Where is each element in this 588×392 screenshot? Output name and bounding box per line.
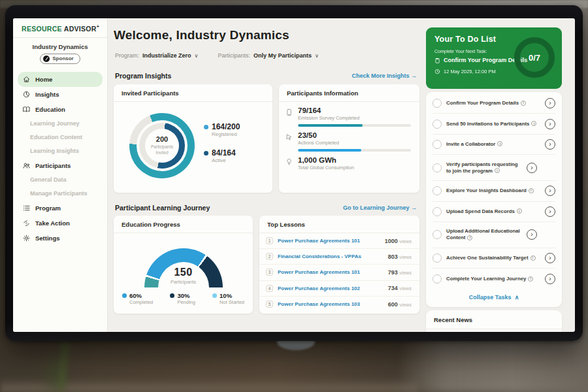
task-checkbox[interactable]	[433, 163, 442, 172]
lesson-link[interactable]: Financial Considerations - VPPAs	[278, 253, 361, 259]
education-icon	[23, 106, 30, 113]
filter-bar: Program: Industrialize Zero ∨ Participan…	[115, 52, 319, 59]
task-chevron-button[interactable]: ›	[545, 186, 555, 196]
sidebar-item-manage-participants[interactable]: Manage Participants	[13, 187, 107, 201]
task-checkbox[interactable]	[433, 140, 442, 149]
logo-resource: RESOURCE	[22, 25, 62, 33]
top-lessons-title: Top Lessons	[259, 216, 419, 233]
clipboard-icon	[434, 57, 440, 63]
sidebar-item-learning-journey[interactable]: Learning Journey	[13, 117, 107, 131]
task-row[interactable]: Verify participants requesting to join t…	[433, 155, 555, 181]
program-icon	[23, 204, 30, 212]
task-chevron-button[interactable]: ›	[545, 139, 555, 150]
invited-participants-title: Invited Participants	[114, 84, 272, 102]
participants-filter-dropdown[interactable]: Participants: Only My Participants ∨	[218, 52, 318, 59]
learning-journey-section-header: Participant Learning Journey Go to Learn…	[115, 204, 417, 212]
sponsor-badge: Sponsor	[40, 54, 80, 64]
lesson-rank: 5	[266, 301, 273, 308]
info-icon: i	[521, 101, 526, 106]
logo-advisor: ADVISOR	[64, 25, 97, 33]
donut-center-label: 200 ParticipantsInvited	[129, 113, 195, 178]
legend-not-started: 10% Not Started	[212, 292, 244, 305]
legend-dot-registered	[204, 125, 208, 129]
task-row[interactable]: Confirm Your Program Detailsi ›	[433, 93, 555, 114]
sidebar-item-label: Learning Insights	[30, 148, 79, 154]
lesson-row: 2 Financial Considerations - VPPAs 803 v…	[259, 249, 419, 265]
legend-pending: 30% Pending	[170, 292, 195, 305]
task-checkbox[interactable]	[433, 230, 442, 239]
lesson-rank: 2	[266, 253, 273, 260]
sidebar-item-insights[interactable]: Insights	[13, 87, 107, 102]
task-chevron-button[interactable]: ›	[545, 119, 555, 129]
top-lessons-card: Top Lessons 1 Power Purchase Agreements …	[259, 216, 419, 314]
sidebar-item-education-content[interactable]: Education Content	[13, 131, 107, 144]
task-checkbox[interactable]	[433, 253, 442, 263]
sponsor-icon	[43, 56, 50, 62]
info-icon: i	[528, 276, 533, 282]
participants-information-card: Participants Information 79/164 Emission…	[279, 84, 419, 193]
participants-filter-label: Participants:	[218, 52, 250, 59]
page-title: Welcome, Industry Dynamics	[114, 28, 289, 42]
lesson-rank: 1	[266, 237, 273, 244]
program-filter-dropdown[interactable]: Program: Industrialize Zero ∨	[115, 52, 198, 59]
lesson-link[interactable]: Power Purchase Agreements 103	[278, 301, 360, 307]
lesson-link[interactable]: Power Purchase Agreements 102	[278, 286, 360, 291]
program-insights-title: Program Insights	[115, 72, 171, 80]
task-checkbox[interactable]	[433, 120, 442, 129]
clock-icon	[434, 69, 440, 74]
sidebar-item-home[interactable]: Home	[18, 72, 103, 87]
task-chevron-button[interactable]: ›	[527, 163, 537, 173]
sidebar-item-education[interactable]: Education	[13, 102, 107, 117]
todo-subtitle: Complete Your Next Task:	[434, 49, 487, 54]
sidebar: RESOURCE ADVISOR+ Industry Dynamics Spon…	[13, 18, 108, 332]
sidebar-item-label: Participants	[35, 162, 71, 169]
info-icon: i	[497, 141, 502, 146]
task-row[interactable]: Send 50 Invitations to Participantsi ›	[433, 114, 555, 134]
learning-journey-title: Participant Learning Journey	[115, 204, 210, 212]
task-checkbox[interactable]	[433, 207, 442, 216]
info-icon: i	[495, 168, 500, 173]
sidebar-item-general-data[interactable]: General Data	[13, 173, 107, 187]
sidebar-item-label: Program	[35, 204, 61, 212]
app-logo: RESOURCE ADVISOR+	[13, 18, 107, 38]
education-progress-title: Education Progress	[114, 216, 253, 233]
todo-next-task: Confirm Your Program Details	[434, 57, 527, 63]
legend-active: 84/164 Active	[204, 148, 240, 163]
task-row[interactable]: Explore Your Insights Dashboardi ›	[433, 181, 555, 201]
sidebar-item-settings[interactable]: Settings	[13, 231, 107, 246]
task-row[interactable]: Complete Your Learning Journeyi ›	[433, 269, 555, 289]
settings-icon	[23, 235, 30, 242]
sidebar-item-program[interactable]: Program	[13, 201, 107, 216]
lesson-link[interactable]: Power Purchase Agreements 101	[278, 269, 360, 275]
task-chevron-button[interactable]: ›	[545, 274, 555, 284]
logo-plus: +	[97, 24, 99, 29]
task-checkbox[interactable]	[433, 99, 442, 108]
task-row[interactable]: Invite a Collaboratori ›	[433, 135, 555, 155]
task-row[interactable]: Achieve One Sustainability Targeti ›	[433, 248, 555, 269]
sidebar-item-label: Take Action	[35, 220, 70, 227]
recent-news-title: Recent News	[426, 310, 562, 329]
sidebar-item-participants[interactable]: Participants	[13, 158, 107, 173]
task-row[interactable]: Upload Additional Educational Contenti ›	[433, 222, 555, 248]
program-filter-label: Program:	[115, 52, 139, 59]
task-checkbox[interactable]	[433, 186, 442, 195]
lesson-row: 4 Power Purchase Agreements 102 734 view…	[259, 281, 419, 297]
lesson-link[interactable]: Power Purchase Agreements 101	[278, 238, 360, 244]
task-chevron-button[interactable]: ›	[527, 229, 537, 240]
program-filter-value: Industrialize Zero	[142, 52, 191, 59]
task-chevron-button[interactable]: ›	[545, 253, 555, 263]
todo-summary-card: Your To Do List Complete Your Next Task:…	[426, 27, 562, 89]
collapse-tasks-link[interactable]: Collapse Tasks ∧	[426, 289, 562, 306]
sidebar-nav: Home Insights Education Learning Journey…	[13, 72, 107, 246]
task-chevron-button[interactable]: ›	[545, 206, 555, 217]
check-more-insights-link[interactable]: Check More Insights →	[351, 73, 417, 79]
task-checkbox[interactable]	[433, 274, 442, 284]
task-chevron-button[interactable]: ›	[545, 98, 555, 108]
sidebar-item-learning-insights[interactable]: Learning Insights	[13, 144, 107, 158]
chevron-down-icon: ∨	[195, 53, 199, 59]
task-row[interactable]: Upload Spend Data Recordsi ›	[433, 202, 555, 222]
lesson-row: 3 Power Purchase Agreements 101 793 view…	[259, 265, 419, 280]
sidebar-item-take-action[interactable]: Take Action	[13, 216, 107, 231]
go-to-learning-journey-link[interactable]: Go to Learning Journey →	[343, 204, 417, 211]
legend-registered: 164/200 Registered	[204, 122, 240, 137]
